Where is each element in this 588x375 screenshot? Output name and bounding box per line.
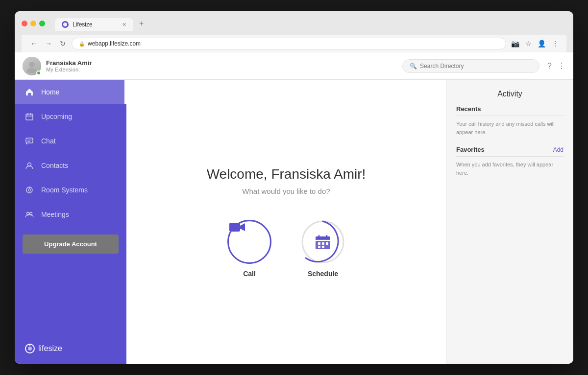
- user-name: Fransiska Amir: [46, 59, 92, 67]
- call-label: Call: [243, 270, 256, 278]
- action-buttons: Call: [227, 220, 345, 278]
- welcome-section: Welcome, Fransiska Amir! What would you …: [126, 80, 446, 364]
- recents-section-title: Recents: [456, 105, 564, 116]
- sidebar-item-room-systems-label: Room Systems: [41, 186, 88, 194]
- svg-rect-30: [326, 242, 328, 245]
- svg-rect-20: [229, 223, 240, 232]
- sidebar-item-contacts[interactable]: Contacts: [15, 153, 126, 178]
- minimize-window-btn[interactable]: [30, 21, 36, 26]
- meetings-icon: [24, 210, 34, 219]
- maximize-window-btn[interactable]: [39, 21, 45, 26]
- lifesize-logo-icon: [24, 343, 35, 354]
- content-area: Welcome, Fransiska Amir! What would you …: [126, 80, 446, 364]
- room-systems-icon: [24, 186, 34, 194]
- svg-rect-32: [322, 246, 324, 248]
- sidebar: Home Upcoming: [15, 80, 126, 364]
- svg-rect-7: [26, 138, 33, 143]
- tab-favicon: [62, 21, 69, 28]
- status-indicator: [36, 70, 41, 75]
- schedule-label: Schedule: [308, 270, 338, 278]
- favorites-add-btn[interactable]: Add: [553, 146, 564, 153]
- address-bar: ← → ↻ 🔒 webapp.lifesize.com 📷 ☆ 👤 ⋮: [22, 35, 566, 52]
- upgrade-account-btn[interactable]: Upgrade Account: [23, 234, 119, 254]
- browser-tabs: Lifesize ✕ +: [55, 16, 148, 31]
- window-controls: [22, 21, 45, 26]
- svg-rect-29: [322, 242, 324, 245]
- tab-close-btn[interactable]: ✕: [122, 22, 126, 28]
- schedule-btn-wrapper[interactable]: Schedule: [301, 220, 345, 278]
- app-header: Fransiska Amir My Extension: 🔍 ? ⋮: [15, 52, 573, 80]
- reload-btn[interactable]: ↻: [58, 39, 68, 48]
- logo-text: lifesize: [38, 344, 62, 353]
- sidebar-item-meetings-label: Meetings: [41, 211, 69, 218]
- welcome-title: Welcome, Fransiska Amir!: [207, 166, 366, 182]
- call-circle-btn[interactable]: [227, 220, 271, 264]
- search-icon: 🔍: [410, 63, 417, 70]
- help-btn[interactable]: ?: [547, 62, 552, 70]
- favorites-section: Favorites Add When you add favorites, th…: [446, 146, 573, 187]
- user-profile: Fransiska Amir My Extension:: [23, 57, 92, 75]
- call-btn-wrapper[interactable]: Call: [227, 220, 271, 278]
- svg-point-13: [28, 189, 31, 191]
- calendar-icon: [24, 112, 34, 121]
- svg-rect-31: [318, 246, 320, 248]
- svg-point-18: [28, 347, 32, 351]
- user-extension: My Extension:: [46, 67, 92, 72]
- sidebar-item-home-label: Home: [41, 88, 59, 96]
- sidebar-item-upcoming-label: Upcoming: [41, 113, 72, 120]
- menu-btn[interactable]: ⋮: [551, 39, 560, 48]
- header-right-actions: ? ⋮: [547, 61, 565, 70]
- tab-title: Lifesize: [73, 21, 93, 28]
- svg-point-2: [27, 68, 37, 73]
- url-text: webapp.lifesize.com: [88, 40, 141, 47]
- svg-rect-28: [318, 242, 320, 245]
- more-options-btn[interactable]: ⋮: [558, 61, 565, 70]
- schedule-icon: [315, 234, 331, 250]
- svg-point-0: [63, 23, 67, 26]
- back-btn[interactable]: ←: [28, 39, 39, 48]
- svg-rect-3: [26, 114, 33, 120]
- activity-title: Activity: [446, 80, 573, 105]
- svg-point-1: [29, 62, 35, 68]
- welcome-subtitle: What would you like to do?: [242, 187, 330, 195]
- profile-btn[interactable]: 👤: [537, 39, 547, 48]
- sidebar-logo: lifesize: [15, 333, 126, 364]
- favorites-empty-text: When you add favorites, they will appear…: [456, 161, 564, 177]
- sidebar-item-room-systems[interactable]: Room Systems: [15, 178, 126, 202]
- sidebar-item-chat[interactable]: Chat: [15, 129, 126, 153]
- header-search: 🔍: [402, 59, 539, 73]
- close-window-btn[interactable]: [22, 21, 27, 26]
- user-info: Fransiska Amir My Extension:: [46, 59, 92, 72]
- favorites-section-title: Favorites: [456, 146, 485, 153]
- svg-point-16: [30, 212, 32, 215]
- new-tab-btn[interactable]: +: [134, 16, 148, 31]
- sidebar-item-upcoming[interactable]: Upcoming: [15, 104, 126, 129]
- recents-empty-text: Your call history and any missed calls w…: [456, 120, 564, 136]
- bookmark-btn[interactable]: ☆: [524, 39, 533, 48]
- camera-btn[interactable]: 📷: [510, 39, 520, 48]
- chat-icon: [24, 137, 34, 145]
- contacts-icon: [24, 161, 34, 170]
- search-box[interactable]: 🔍: [402, 59, 539, 73]
- svg-point-15: [27, 212, 29, 215]
- lock-icon: 🔒: [79, 41, 85, 47]
- browser-titlebar: Lifesize ✕ + ← → ↻ 🔒 webapp.lifesize.com…: [15, 11, 573, 52]
- url-bar[interactable]: 🔒 webapp.lifesize.com: [72, 38, 506, 49]
- main-layout: Home Upcoming: [15, 80, 573, 364]
- forward-btn[interactable]: →: [43, 39, 54, 48]
- avatar: [23, 57, 41, 75]
- app-container: Fransiska Amir My Extension: 🔍 ? ⋮: [15, 52, 573, 364]
- schedule-circle-btn[interactable]: [301, 220, 345, 264]
- activity-panel: Activity Recents Your call history and a…: [446, 80, 573, 364]
- favorites-section-header: Favorites Add: [456, 146, 564, 157]
- sidebar-item-meetings[interactable]: Meetings: [15, 202, 126, 227]
- browser-action-buttons: 📷 ☆ 👤 ⋮: [510, 39, 560, 48]
- sidebar-item-contacts-label: Contacts: [41, 162, 68, 169]
- active-tab[interactable]: Lifesize ✕: [55, 18, 133, 31]
- sidebar-item-home[interactable]: Home: [15, 80, 126, 104]
- home-icon: [24, 88, 34, 96]
- recents-section: Recents Your call history and any missed…: [446, 105, 573, 146]
- sidebar-item-chat-label: Chat: [41, 137, 56, 145]
- search-directory-input[interactable]: [420, 63, 532, 70]
